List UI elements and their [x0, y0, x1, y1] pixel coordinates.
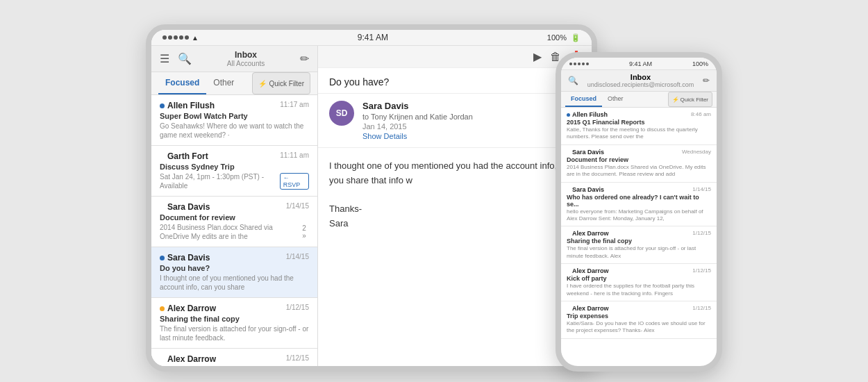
email-view-meta: SD Sara Davis to Tony Krijnen and Katie …: [318, 94, 592, 148]
phone-body: 🔍 Inbox undisclosed.recipients@microsoft…: [561, 70, 717, 366]
email-subject-2: Document for review: [160, 213, 309, 222]
email-item-4[interactable]: Alex Darrow 1/12/15 Sharing the final co…: [151, 298, 317, 349]
tablet-body: ☰ 🔍 Inbox All Accounts ✏ Focused Other ⚡: [151, 46, 592, 366]
email-item-5[interactable]: Alex Darrow 1/12/15 Kick off party I hav…: [151, 349, 317, 366]
email-time-3: 1/14/15: [286, 253, 309, 260]
tab-focused[interactable]: Focused: [158, 72, 206, 94]
email-view-panel: ▶ 🗑 📥 Do you have? SD Sara Davis to Tony…: [318, 46, 592, 366]
phone-email-header: 🔍 Inbox undisclosed.recipients@microsoft…: [561, 70, 717, 92]
rsvp-badge: ← RSVP: [280, 173, 309, 190]
phone-inbox-title: Inbox: [580, 73, 701, 81]
phone-tab-focused[interactable]: Focused: [565, 92, 602, 107]
search-button[interactable]: 🔍: [176, 51, 193, 67]
tablet-status-right: 100% 🔋: [547, 33, 581, 42]
email-list-panel: ☰ 🔍 Inbox All Accounts ✏ Focused Other ⚡: [151, 46, 318, 366]
email-item-3[interactable]: Sara Davis 1/14/15 Do you have? I though…: [151, 247, 317, 298]
tablet-device: ▲ 9:41 AM 100% 🔋 ☰ 🔍 Inbox All: [146, 24, 597, 372]
compose-button[interactable]: ✏: [299, 51, 310, 67]
tablet-status-left: ▲: [162, 34, 199, 42]
phone-preview-2: hello everyone from: Marketing Campaigns…: [567, 208, 711, 223]
phone-sender-4: Alex Darrow: [572, 267, 609, 274]
show-details-link[interactable]: Show Details: [362, 132, 473, 140]
phone-subject-0: 2015 Q1 Financial Reports: [567, 119, 711, 126]
phone-sender-1: Sara Davis: [572, 149, 604, 156]
phone-tab-other[interactable]: Other: [602, 92, 629, 107]
filter-tabs: Focused Other ⚡ Quick Filter: [151, 72, 317, 95]
email-view-toolbar: ▶ 🗑 📥: [318, 46, 592, 68]
phone-time-0: 8:46 am: [691, 111, 711, 117]
phone-time-2: 1/14/15: [692, 186, 711, 192]
sender-name-2: Sara Davis: [167, 202, 210, 212]
phone-status-dots: [569, 63, 589, 65]
phone-battery: 100%: [692, 60, 708, 67]
phone-email-item-5[interactable]: Alex Darrow 1/12/15 Trip expenses Katie/…: [561, 301, 717, 339]
phone-compose-button[interactable]: ✏: [701, 74, 711, 87]
email-item-1[interactable]: Garth Fort 11:11 am Discuss Sydney Trip …: [151, 146, 317, 197]
phone-email-item-3[interactable]: Alex Darrow 1/12/15 Sharing the final co…: [561, 226, 717, 264]
phone-filter-tabs: Focused Other ⚡ Quick Filter: [561, 92, 717, 108]
phone-search-button[interactable]: 🔍: [567, 74, 580, 87]
phone-email-item-2[interactable]: Sara Davis 1/14/15 Who has ordered one a…: [561, 183, 717, 227]
email-subject-5: Kick off party: [160, 365, 309, 366]
phone-preview-1: 2014 Business Plan.docx Shared via OneDr…: [567, 164, 711, 178]
phone-preview-0: Katie, Thanks for the meeting to discuss…: [567, 126, 711, 141]
email-subject-0: Super Bowl Watch Party: [160, 112, 309, 120]
play-icon[interactable]: ▶: [533, 50, 542, 63]
phone-email-item-0[interactable]: Allen Filush 8:46 am 2015 Q1 Financial R…: [561, 108, 717, 145]
email-preview-1: Sat Jan 24, 1pm - 1:30pm (PST) - Availab…: [160, 172, 280, 190]
email-to: to Tony Krijnen and Katie Jordan: [362, 113, 473, 121]
email-preview-3: I thought one of you mentioned you had t…: [160, 274, 309, 292]
unread-dot-4: [160, 306, 165, 311]
email-preview-4: The final version is attached for your s…: [160, 324, 309, 342]
phone-email-item-1[interactable]: Sara Davis Wednesday Document for review…: [561, 145, 717, 183]
email-item-2[interactable]: Sara Davis 1/14/15 Document for review 2…: [151, 197, 317, 247]
sender-name-5: Alex Darrow: [167, 354, 216, 364]
phone-quick-filter-label: Quick Filter: [681, 97, 708, 103]
email-from-name: Sara Davis: [362, 101, 473, 111]
email-list: Allen Filush 11:17 am Super Bowl Watch P…: [151, 95, 317, 366]
sender-name-4: Alex Darrow: [167, 304, 216, 313]
phone-subject-1: Document for review: [567, 156, 711, 163]
phone-email-item-4[interactable]: Alex Darrow 1/12/15 Kick off party I hav…: [561, 264, 717, 301]
inbox-label: Inbox All Accounts: [193, 50, 299, 67]
phone-subject-3: Sharing the final copy: [567, 238, 711, 244]
hamburger-button[interactable]: ☰: [158, 51, 171, 67]
phone-sender-5: Alex Darrow: [572, 305, 609, 312]
phone-subject-5: Trip expenses: [567, 313, 711, 319]
email-time-1: 11:11 am: [280, 151, 309, 159]
phone-time-3: 1/12/15: [692, 230, 711, 236]
email-date: Jan 14, 2015: [362, 122, 473, 131]
tab-other[interactable]: Other: [206, 72, 241, 94]
email-preview-2: 2014 Business Plan.docx Shared via OneDr…: [160, 223, 302, 241]
phone-time-4: 1/12/15: [692, 267, 711, 274]
phone-time-1: Wednesday: [682, 149, 711, 155]
email-subject-3: Do you have?: [160, 264, 309, 272]
phone-time-5: 1/12/15: [692, 305, 711, 311]
email-time-2: 1/14/15: [286, 202, 309, 210]
phone-inbox-center: Inbox undisclosed.recipients@microsoft.c…: [580, 73, 701, 88]
phone-preview-3: The final version is attached for your s…: [567, 245, 711, 260]
phone-quick-filter-button[interactable]: ⚡ Quick Filter: [668, 92, 712, 107]
phone-preview-4: I have ordered the supplies for the foot…: [567, 283, 711, 297]
inbox-subtitle: All Accounts: [193, 60, 299, 67]
sender-name-0: Allen Filush: [167, 101, 215, 110]
phone-sender-0: Allen Filush: [572, 111, 608, 118]
tablet-status-dots: [162, 35, 189, 40]
phone-subject-4: Kick off party: [567, 275, 711, 282]
email-subject-4: Sharing the final copy: [160, 315, 309, 323]
tablet-wifi-icon: ▲: [192, 34, 199, 42]
tablet-battery-icon: 🔋: [571, 33, 581, 42]
email-item-0[interactable]: Allen Filush 11:17 am Super Bowl Watch P…: [151, 95, 317, 146]
phone-sender-2: Sara Davis: [572, 186, 604, 193]
email-body: I thought one of you mentioned you had t…: [318, 148, 592, 366]
email-subject-1: Discuss Sydney Trip: [160, 163, 309, 171]
phone-status-bar: 9:41 AM 100%: [561, 58, 717, 70]
inbox-title: Inbox: [193, 50, 299, 60]
phone-subject-2: Who has ordered one already? I can't wai…: [567, 194, 711, 208]
email-preview-0: Go Seahawks! Where do we want to watch t…: [160, 122, 309, 140]
phone-lightning-icon: ⚡: [672, 97, 679, 103]
unread-dot-3: [160, 256, 165, 260]
quick-filter-button[interactable]: ⚡ Quick Filter: [252, 72, 310, 94]
phone-preview-5: Katie/Sara- Do you have the IO codes we …: [567, 320, 711, 335]
email-time-4: 1/12/15: [286, 304, 309, 311]
